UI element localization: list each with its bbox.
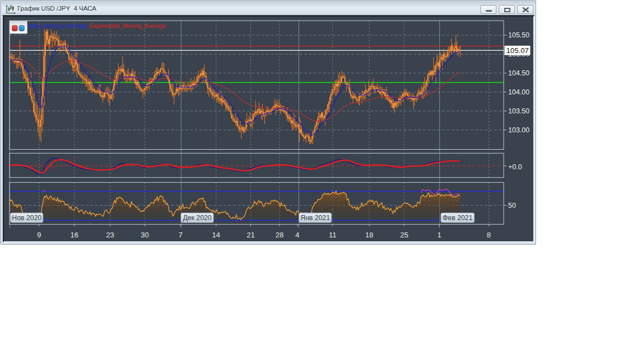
svg-text:9: 9 <box>37 231 41 239</box>
svg-text:8: 8 <box>487 231 491 239</box>
svg-text:50: 50 <box>508 202 516 209</box>
svg-text:16: 16 <box>70 231 79 239</box>
svg-text:104.00: 104.00 <box>508 88 529 96</box>
svg-text:1: 1 <box>437 231 441 239</box>
svg-text:104.50: 104.50 <box>508 69 529 77</box>
svg-text:105.07: 105.07 <box>506 46 529 55</box>
svg-text:25: 25 <box>400 231 409 239</box>
svg-text:18: 18 <box>365 231 373 239</box>
svg-text:Exponential_Moving_Average: Exponential_Moving_Average <box>89 23 166 29</box>
svg-text:23: 23 <box>106 231 115 239</box>
svg-text:14: 14 <box>212 231 220 239</box>
svg-text:Янв 2021: Янв 2021 <box>300 214 330 222</box>
svg-text:28: 28 <box>276 231 284 239</box>
svg-text:103.50: 103.50 <box>508 107 529 115</box>
svg-text:4: 4 <box>295 231 299 239</box>
svg-text:Фев 2021: Фев 2021 <box>443 214 473 222</box>
svg-text:11: 11 <box>329 231 337 239</box>
svg-text:21: 21 <box>247 231 255 239</box>
svg-text:Дек 2020: Дек 2020 <box>183 214 211 222</box>
svg-text:105.50: 105.50 <box>508 31 529 39</box>
svg-text:7: 7 <box>178 231 182 239</box>
svg-text:Нов 2020: Нов 2020 <box>12 214 41 222</box>
svg-text:+0.0: +0.0 <box>508 163 522 171</box>
svg-text:103.00: 103.00 <box>508 126 529 134</box>
svg-text:30: 30 <box>141 231 149 239</box>
